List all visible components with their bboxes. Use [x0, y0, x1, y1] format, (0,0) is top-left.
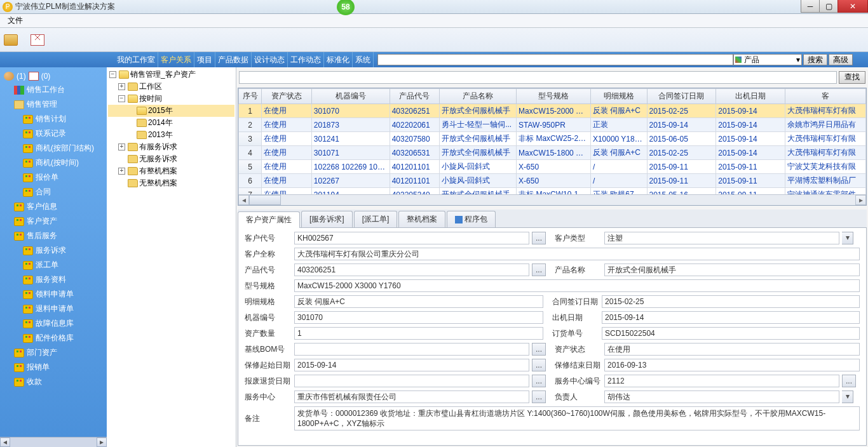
- tab-asset-props[interactable]: 客户资产属性: [238, 211, 300, 228]
- table-row[interactable]: 6在使用102267401201101小旋风-回斜式X-650/2015-09-…: [239, 174, 866, 188]
- sidebar-item[interactable]: 收款: [0, 375, 107, 389]
- lookup-cust-button[interactable]: ...: [532, 232, 546, 244]
- tab-dispatch[interactable]: [派工单]: [354, 211, 398, 227]
- lookup-bom-button[interactable]: ...: [532, 343, 546, 356]
- expand-icon[interactable]: +: [118, 168, 125, 175]
- tree-node[interactable]: +有整机档案: [108, 165, 234, 177]
- find-button[interactable]: 查找: [839, 71, 865, 84]
- minimize-button[interactable]: ─: [801, 0, 820, 13]
- nav-customer[interactable]: 客户关系: [158, 52, 194, 67]
- sidebar-item[interactable]: 报价单: [0, 170, 107, 185]
- tree-node[interactable]: 2015年: [108, 105, 234, 117]
- sidebar-item[interactable]: 报销单: [0, 360, 107, 375]
- inp-order[interactable]: SCD15022504: [602, 327, 860, 340]
- menu-file[interactable]: 文件: [4, 14, 27, 27]
- sidebar-item[interactable]: 领料申请单: [0, 287, 107, 302]
- table-row[interactable]: 2在使用201873402202061勇斗士-轻型一轴伺...STAW-950P…: [239, 118, 866, 132]
- tree-node[interactable]: 无服务诉求: [108, 153, 234, 165]
- tree-node[interactable]: +工作区: [108, 81, 234, 93]
- col-header[interactable]: 产品代号: [390, 89, 440, 104]
- inp-bom[interactable]: [294, 343, 529, 356]
- inp-owner[interactable]: 胡伟达: [604, 390, 839, 403]
- scroll-left-icon[interactable]: ◂: [0, 437, 10, 447]
- scroll-right-icon[interactable]: ▸: [97, 437, 107, 447]
- inp-svc[interactable]: 重庆市伟哲机械有限责任公司: [294, 390, 529, 403]
- inp-qty[interactable]: 1: [294, 327, 543, 340]
- inp-scrap[interactable]: [294, 375, 529, 387]
- tab-service-req[interactable]: [服务诉求]: [301, 211, 353, 227]
- inp-sign-date[interactable]: 2015-02-25: [602, 295, 860, 308]
- tree-node[interactable]: 无整机档案: [108, 177, 234, 189]
- tab-machine-file[interactable]: 整机档案: [398, 211, 445, 227]
- lookup-svc-button[interactable]: ...: [532, 390, 546, 403]
- inp-detail[interactable]: 反装 伺服A+C: [294, 295, 543, 308]
- mail-icon[interactable]: [31, 34, 44, 46]
- scroll-thumb[interactable]: [249, 195, 281, 205]
- tree-node[interactable]: −按时间: [108, 93, 234, 105]
- sidebar-item[interactable]: 商机(按时间): [0, 156, 107, 170]
- notify-badge[interactable]: 58: [337, 0, 355, 15]
- table-row[interactable]: 7在使用301194403205340开放式全伺服机械手非标 MaxCW10-1…: [239, 188, 866, 195]
- sidebar-item[interactable]: 销售工作台: [0, 83, 107, 97]
- table-row[interactable]: 3在使用301241403207580开放式全伺服机械手非标 MaxCW25-2…: [239, 132, 866, 146]
- lookup-svccode-button[interactable]: ...: [842, 375, 856, 387]
- sidebar-item[interactable]: 客户资产: [0, 214, 107, 229]
- filter-input[interactable]: [239, 71, 837, 84]
- inp-mach-no[interactable]: 301070: [294, 311, 543, 324]
- sidebar-item[interactable]: 故障信息库: [0, 316, 107, 331]
- inp-model[interactable]: MaxCW15-2000 X3000 Y1760: [294, 279, 860, 292]
- collapse-icon[interactable]: −: [109, 71, 116, 78]
- sidebar-item[interactable]: 合同: [0, 185, 107, 199]
- sidebar-item[interactable]: 联系记录: [0, 126, 107, 141]
- sidebar-item[interactable]: 配件价格库: [0, 331, 107, 345]
- inp-remark[interactable]: 发货单号：0000012369 收货地址：重庆市璧山县青杠街道塘坊片区 Y:14…: [294, 406, 860, 430]
- lock-icon[interactable]: [4, 34, 18, 46]
- sidebar-item[interactable]: 派工单: [0, 258, 107, 272]
- sidebar-item[interactable]: 商机(按部门结构): [0, 141, 107, 156]
- col-header[interactable]: 出机日期: [716, 89, 785, 104]
- lookup-prod-button[interactable]: ...: [532, 264, 546, 276]
- dropdown-icon[interactable]: ▾: [842, 390, 853, 403]
- sidebar-item[interactable]: 销售管理: [0, 97, 107, 112]
- col-header[interactable]: 合同签订日期: [647, 89, 716, 104]
- col-header[interactable]: 产品名称: [440, 89, 517, 104]
- sidebar-item[interactable]: 售后服务: [0, 229, 107, 243]
- sidebar-item[interactable]: 服务诉求: [0, 243, 107, 258]
- inp-cust-type[interactable]: 注塑: [604, 232, 839, 244]
- sidebar-scrollbar[interactable]: ◂▸: [0, 437, 107, 447]
- table-row[interactable]: 4在使用301071403206531开放式全伺服机械手MaxCW15-1800…: [239, 146, 866, 160]
- sidebar-item[interactable]: 客户信息: [0, 199, 107, 214]
- col-header[interactable]: 资产状态: [262, 89, 312, 104]
- nav-standard[interactable]: 标准化: [324, 52, 353, 67]
- sidebar-item[interactable]: 服务资料: [0, 272, 107, 287]
- table-row[interactable]: 5在使用102268 102269 102270401201101小旋风-回斜式…: [239, 160, 866, 174]
- sidebar-item[interactable]: 退料申请单: [0, 302, 107, 316]
- inp-cust-code[interactable]: KH002567: [294, 232, 529, 244]
- sidebar-item[interactable]: 部门资产: [0, 345, 107, 360]
- advanced-button[interactable]: 高级: [829, 54, 853, 65]
- nav-system[interactable]: 系统: [353, 52, 374, 67]
- expand-icon[interactable]: −: [118, 95, 125, 102]
- nav-project[interactable]: 项目: [194, 52, 215, 67]
- global-search-input[interactable]: [377, 54, 733, 65]
- expand-icon[interactable]: +: [118, 83, 125, 90]
- dropdown-icon[interactable]: ▾: [842, 232, 853, 244]
- maximize-button[interactable]: ▢: [819, 0, 838, 13]
- scroll-left-icon[interactable]: ◂: [238, 195, 249, 205]
- grid-h-scrollbar[interactable]: ◂ ▸: [238, 194, 866, 205]
- date-scrap-button[interactable]: ...: [532, 375, 546, 387]
- date-wstart-button[interactable]: ...: [532, 359, 546, 371]
- inp-status[interactable]: 在使用: [604, 343, 860, 356]
- sidebar-item[interactable]: 销售计划: [0, 112, 107, 126]
- col-header[interactable]: 机器编号: [311, 89, 390, 104]
- col-header[interactable]: 客: [785, 89, 866, 104]
- nav-work[interactable]: 工作动态: [288, 52, 324, 67]
- close-button[interactable]: ✕: [837, 0, 868, 13]
- col-header[interactable]: 型号规格: [517, 89, 591, 104]
- inp-prod-name[interactable]: 开放式全伺服机械手: [604, 264, 860, 276]
- tree-node[interactable]: +有服务诉求: [108, 141, 234, 153]
- inp-wstart[interactable]: 2015-09-14: [294, 359, 529, 371]
- expand-icon[interactable]: +: [118, 143, 125, 150]
- tree-node[interactable]: 2013年: [108, 129, 234, 141]
- inp-wend[interactable]: 2016-09-13: [604, 359, 860, 371]
